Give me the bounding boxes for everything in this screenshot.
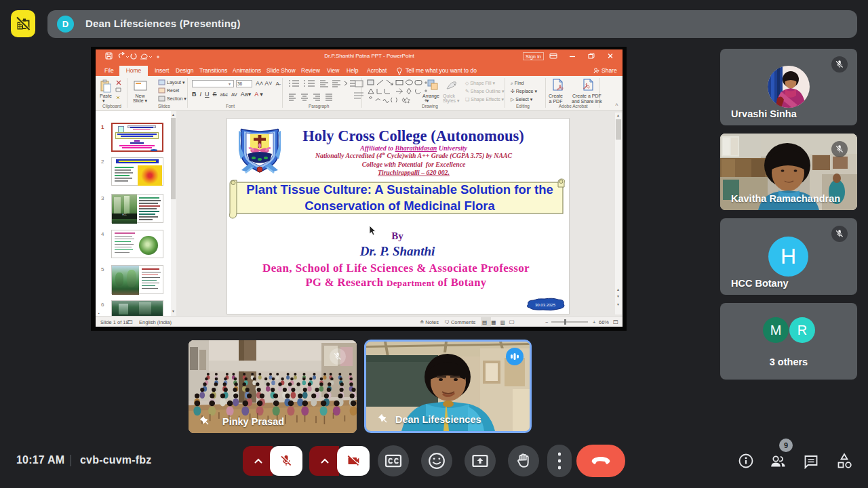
svg-text:30.03.2025: 30.03.2025 — [535, 303, 556, 307]
